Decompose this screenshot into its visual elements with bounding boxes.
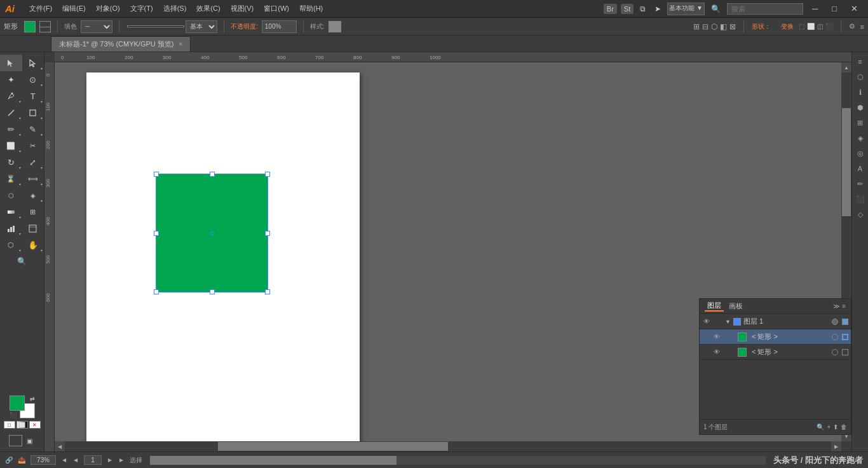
align-icon[interactable]: ⊞ [693,22,700,31]
none-mode-btn[interactable]: ✕ [29,421,41,429]
style-swatch[interactable] [329,21,341,32]
right-icon-align[interactable]: ⊞ [853,116,867,130]
select-tool[interactable] [0,55,22,71]
fill-swatch[interactable] [24,21,36,32]
doc-tab[interactable]: 未标题-1* @ 73% (CMYK/GPU 预览) × [51,36,191,52]
stroke-swatch[interactable] [39,21,51,32]
transform-icon2[interactable]: ⬡ [711,22,717,31]
scissors-tool[interactable]: ✂ [22,137,44,154]
extension-icon[interactable]: ⧉ [637,3,648,15]
right-icon-brushes[interactable]: ✏ [853,177,867,191]
layer-eye-1[interactable]: 👁 [702,317,711,326]
warp-tool[interactable]: ⌛▾ [0,170,22,187]
selected-rect[interactable] [156,174,268,292]
footer-add-layer-icon[interactable]: + [827,423,831,430]
gradient-mode-btn[interactable]: ⬜ [17,421,28,429]
layer-target-3[interactable] [832,349,838,355]
scroll-thumb-vertical[interactable] [842,108,851,216]
arrange-icon[interactable]: ⊟ [702,22,709,31]
layer-selection-3[interactable] [842,349,848,355]
layer-row-rect1[interactable]: 👁 < 矩形 > [700,329,851,345]
xform-icon4[interactable]: ⬛ [825,23,833,30]
color-mode-btn[interactable]: □ [4,421,15,429]
magic-wand-tool[interactable]: ✦ [0,71,22,88]
shape-builder-tool[interactable]: ◈▾ [22,187,44,203]
page-prev-button[interactable]: ◀ [72,457,79,463]
layer-eye-3[interactable]: 👁 [712,348,721,357]
xform-icon2[interactable]: ⬜ [807,23,815,30]
layer-target-1[interactable] [832,319,838,325]
handle-mid-right[interactable] [265,231,270,236]
handle-mid-left[interactable] [154,231,159,236]
settings-icon[interactable]: ⚙ [849,22,855,31]
footer-delete-icon[interactable]: 🗑 [841,423,847,430]
opacity-input[interactable] [262,20,297,33]
menu-help[interactable]: 帮助(H) [295,3,327,15]
scroll-up-button[interactable]: ▲ [841,62,851,72]
stroke-line[interactable] [127,25,184,27]
handle-top-center[interactable] [210,172,215,177]
pencil-tool[interactable]: ✎▾ [22,121,44,137]
screen-mode-btn[interactable]: ▣ [24,435,36,446]
minimize-button[interactable]: ─ [807,3,823,15]
tab-close-button[interactable]: × [179,41,182,48]
swap-colors-icon[interactable]: ⇄ [30,396,35,402]
panel-expand-icon[interactable]: ≫ [833,303,839,310]
artboard-tool[interactable] [22,220,44,237]
maximize-button[interactable]: □ [827,3,842,15]
status-icon-1[interactable]: 🔗 [5,457,13,464]
paintbrush-tool[interactable]: ✏▾ [0,121,22,137]
right-icon-appearance[interactable]: ◎ [853,146,867,160]
rotate-tool[interactable]: ↻▾ [0,154,22,170]
right-icon-swatches[interactable]: ⬛ [853,192,867,206]
gradient-tool[interactable]: ▾ [0,203,22,220]
share-icon[interactable]: ➤ [652,3,663,15]
line-tool[interactable]: ▾ [0,104,22,121]
menu-file[interactable]: 文件(F) [25,3,57,15]
mesh-tool[interactable]: ⊞ [22,203,44,220]
layer-row-group[interactable]: 👁 ▼ 图层 1 [700,314,851,329]
close-button[interactable]: ✕ [846,3,863,15]
scroll-thumb-horizontal[interactable] [218,442,448,451]
right-icon-properties[interactable]: ℹ [853,85,867,99]
zoom-step-right[interactable]: ▶ [118,457,125,463]
panel-menu-icon[interactable]: ≡ [842,303,846,310]
status-icon-2[interactable]: 📤 [18,457,25,464]
handle-top-left[interactable] [154,172,159,177]
layer-row-rect2[interactable]: 👁 < 矩形 > [700,345,851,360]
page-input[interactable] [84,455,102,465]
right-icon-transform[interactable]: ⬢ [853,100,867,114]
right-icon-pathfinder[interactable]: ◈ [853,131,867,145]
layers-tab[interactable]: 图层 [705,301,724,312]
menu-object[interactable]: 对象(O) [92,3,125,15]
zoom-step-left[interactable]: ◀ [61,457,67,463]
menu-edit[interactable]: 编辑(E) [58,3,90,15]
free-transform-tool[interactable]: ⬡ [0,187,22,203]
pen-tool[interactable]: ▾ [0,88,22,104]
xform-icon1[interactable]: ⬚ [799,23,804,30]
hand-tool[interactable]: ✋▾ [22,237,44,253]
scroll-indicator[interactable] [150,456,766,465]
scroll-left-button[interactable]: ◀ [55,441,65,451]
type-tool[interactable]: T▾ [22,88,44,104]
xform-icon3[interactable]: ◫ [817,23,823,30]
direct-select-tool[interactable]: ▾ [22,55,44,71]
layer-selection-1[interactable] [842,319,848,325]
eraser-tool[interactable]: ⬜▾ [0,137,22,154]
artboards-tab[interactable]: 画板 [726,301,745,311]
right-icon-styles[interactable]: A [853,162,867,176]
layer-eye-2[interactable]: 👁 [712,333,721,341]
stock-icon[interactable]: St [621,4,634,14]
scroll-track-horizontal[interactable] [65,441,831,451]
stroke-options[interactable]: ─ [81,20,112,33]
menu-text[interactable]: 文字(T) [126,3,158,15]
menu-window[interactable]: 窗口(W) [259,3,294,15]
right-icon-symbols[interactable]: ◇ [853,207,867,221]
layer-target-2[interactable] [832,334,838,340]
footer-search-icon[interactable]: 🔍 [817,423,824,430]
search-input[interactable] [727,3,803,15]
handle-top-right[interactable] [265,172,270,177]
scroll-right-button[interactable]: ▶ [831,441,841,451]
handle-bottom-right[interactable] [265,289,270,294]
rect-tool[interactable]: ▾ [22,104,44,121]
